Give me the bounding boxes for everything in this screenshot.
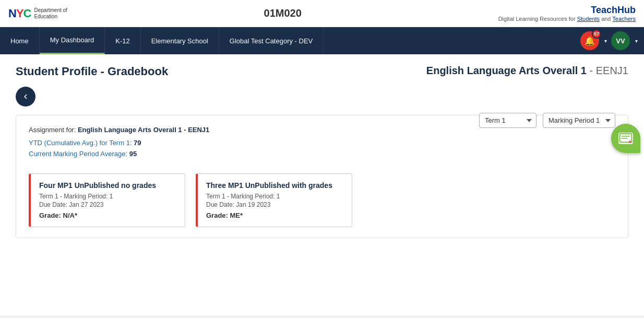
title-block: Student Profile - Gradebook — [16, 65, 168, 78]
card-title: Three MP1 UnPublished with grades — [206, 181, 343, 190]
card-term: Term 1 - Marking Period: 1 — [206, 193, 343, 200]
gradebook-card: A+ Assignment for: English Language Arts… — [16, 115, 628, 238]
avatar-dropdown-arrow[interactable]: ▾ — [635, 38, 638, 44]
assignment-card: Four MP1 UnPublished no grades Term 1 - … — [29, 173, 185, 227]
dropdowns-row: Term 1 Term 2 Term 3 Marking Period 1 Ma… — [479, 113, 615, 128]
back-button[interactable] — [16, 87, 35, 107]
bell-dropdown-arrow[interactable]: ▾ — [604, 38, 607, 44]
svg-text:A+: A+ — [628, 139, 633, 144]
logo-area: NYC Department of Education — [8, 7, 67, 20]
back-arrow-icon — [21, 92, 30, 101]
teachhub-subtitle: Digital Learning Resources for Students … — [498, 16, 636, 22]
nav-right-controls: 🔔 57 ▾ VV ▾ — [574, 27, 644, 54]
nav-global-test[interactable]: Global Test Category - DEV — [219, 27, 324, 54]
main-content: Student Profile - Gradebook English Lang… — [0, 54, 644, 315]
page-title: Student Profile - Gradebook — [16, 65, 168, 78]
card-top-row: Assignment for: English Language Arts Ov… — [29, 126, 615, 139]
ytd-stat: YTD (Cumulative Avg.) for Term 1: 79 — [29, 139, 615, 147]
nav-k12[interactable]: K-12 — [105, 27, 140, 54]
card-term: Term 1 - Marking Period: 1 — [39, 193, 176, 200]
card-title: Four MP1 UnPublished no grades — [39, 181, 176, 190]
subject-title-block: English Language Arts Overall 1 - EENJ1 — [426, 65, 628, 77]
school-id: 01M020 — [264, 7, 302, 19]
nav-elementary-school[interactable]: Elementary School — [141, 27, 219, 54]
avatar-button[interactable]: VV — [611, 31, 630, 50]
term-select[interactable]: Term 1 Term 2 Term 3 — [479, 113, 536, 128]
bell-badge: 57 — [592, 29, 601, 39]
card-due: Due Date: Jan 27 2023 — [39, 201, 176, 208]
page-header: Student Profile - Gradebook English Lang… — [16, 65, 628, 78]
fab-button[interactable]: A+ — [611, 124, 640, 153]
content-area: A+ Assignment for: English Language Arts… — [16, 115, 628, 238]
marking-period-select[interactable]: Marking Period 1 Marking Period 2 Markin… — [543, 113, 615, 128]
nav-my-dashboard[interactable]: My Dashboard — [40, 27, 105, 54]
card-due: Due Date: Jan 19 2023 — [206, 201, 343, 208]
dept-label: Department of Education — [34, 7, 67, 20]
bell-wrapper: 🔔 57 — [580, 31, 599, 50]
bell-button[interactable]: 🔔 57 — [580, 31, 599, 50]
assignment-cards-row: Four MP1 UnPublished no grades Term 1 - … — [29, 173, 615, 227]
nav-bar: Home My Dashboard K-12 Elementary School… — [0, 27, 644, 54]
card-grade: Grade: N/A* — [39, 211, 176, 219]
current-avg-stat: Current Marking Period Average: 95 — [29, 150, 615, 158]
nyc-logo: NYC — [8, 7, 31, 20]
teachhub-title: TeachHub — [498, 5, 636, 16]
assignment-card: Three MP1 UnPublished with grades Term 1… — [196, 173, 352, 227]
nav-home[interactable]: Home — [0, 27, 40, 54]
top-bar: NYC Department of Education 01M020 Teach… — [0, 0, 644, 27]
card-grade: Grade: ME* — [206, 211, 343, 219]
teachhub-branding: TeachHub Digital Learning Resources for … — [498, 5, 636, 22]
fab-icon: A+ — [618, 133, 633, 144]
